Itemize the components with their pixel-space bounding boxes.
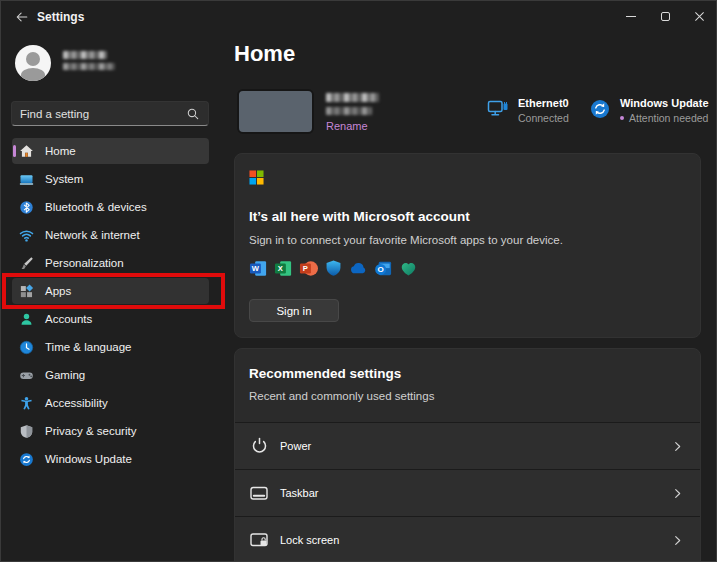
system-icon — [19, 172, 34, 187]
privacy-icon — [19, 424, 34, 439]
sidebar-item-label: Apps — [45, 285, 71, 297]
home-icon — [19, 144, 34, 159]
close-button[interactable] — [682, 1, 716, 31]
svg-text:P: P — [303, 264, 308, 273]
sidebar-item-label: Accounts — [45, 313, 92, 325]
account-card-subtitle: Sign in to connect your favorite Microso… — [249, 234, 686, 246]
search-box[interactable] — [11, 101, 209, 126]
avatar-head — [26, 52, 40, 66]
sidebar-item-bluetooth-devices[interactable]: Bluetooth & devices — [12, 194, 209, 220]
minimize-button[interactable] — [614, 1, 648, 31]
back-button[interactable] — [11, 8, 33, 25]
sidebar-item-label: System — [45, 173, 83, 185]
excel-icon: X — [274, 259, 293, 278]
gaming-icon — [19, 368, 34, 383]
family-safety-icon — [399, 259, 418, 278]
sidebar-item-personalization[interactable]: Personalization — [12, 250, 209, 276]
microsoft-account-card: It’s all here with Microsoft account Sig… — [234, 153, 701, 338]
status-subtitle: Connected — [518, 112, 569, 124]
sidebar-item-accounts[interactable]: Accounts — [12, 306, 209, 332]
time-language-icon — [19, 340, 34, 355]
sidebar-item-gaming[interactable]: Gaming — [12, 362, 209, 388]
status-windows-update[interactable]: Windows Update Attention needed — [589, 97, 709, 124]
rename-link[interactable]: Rename — [326, 120, 368, 132]
recommended-row-lock-screen[interactable]: Lock screen — [235, 516, 700, 562]
status-title: Ethernet0 — [518, 97, 569, 109]
sidebar-nav: HomeSystemBluetooth & devicesNetwork & i… — [12, 138, 209, 474]
svg-text:O: O — [378, 265, 384, 274]
selected-indicator — [13, 145, 16, 157]
sidebar-item-time-language[interactable]: Time & language — [12, 334, 209, 360]
sidebar-item-windows-update[interactable]: Windows Update — [12, 446, 209, 472]
recommended-subtitle: Recent and commonly used settings — [249, 390, 686, 402]
sidebar-item-network-internet[interactable]: Network & internet — [12, 222, 209, 248]
sidebar-item-label: Personalization — [45, 257, 124, 269]
network-icon — [19, 228, 34, 243]
sidebar-item-label: Network & internet — [45, 229, 140, 241]
recommended-row-label: Power — [280, 440, 311, 452]
maximize-button[interactable] — [648, 1, 682, 31]
status-subtitle: Attention needed — [620, 112, 709, 124]
apps-icon — [19, 284, 34, 299]
recommended-row-label: Lock screen — [280, 534, 339, 546]
close-icon — [694, 11, 705, 22]
recommended-row-power[interactable]: Power — [235, 422, 700, 469]
powerpoint-icon: P — [299, 259, 318, 278]
sidebar-item-label: Home — [45, 145, 76, 157]
outlook-icon: O — [374, 259, 393, 278]
device-thumbnail — [237, 89, 314, 134]
search-icon — [186, 107, 200, 121]
svg-text:W: W — [252, 264, 260, 273]
ethernet-icon — [487, 98, 509, 120]
bluetooth-icon — [19, 200, 34, 215]
accounts-icon — [19, 312, 34, 327]
svg-text:X: X — [278, 264, 283, 273]
chevron-right-icon — [671, 440, 684, 453]
chevron-right-icon — [671, 534, 684, 547]
window-title: Settings — [37, 10, 84, 24]
word-icon: W — [249, 259, 268, 278]
sidebar-item-home[interactable]: Home — [12, 138, 209, 164]
settings-window: Settings HomeSystemBluetooth & devicesNe… — [0, 0, 717, 562]
sidebar-item-label: Time & language — [45, 341, 132, 353]
back-arrow-icon — [15, 10, 29, 24]
sidebar-item-privacy-security[interactable]: Privacy & security — [12, 418, 209, 444]
recommended-settings-card: Recommended settings Recent and commonly… — [234, 348, 701, 562]
sidebar-item-label: Bluetooth & devices — [45, 201, 147, 213]
chevron-right-icon — [671, 487, 684, 500]
sidebar-item-accessibility[interactable]: Accessibility — [12, 390, 209, 416]
power-icon — [249, 436, 269, 456]
recommended-row-label: Taskbar — [280, 487, 319, 499]
sidebar-item-apps[interactable]: Apps — [12, 278, 209, 304]
status-ethernet[interactable]: Ethernet0 Connected — [487, 97, 569, 124]
windows-update-badge-icon — [589, 98, 611, 120]
user-email-redacted — [63, 63, 115, 70]
title-bar: Settings — [1, 1, 716, 31]
user-avatar[interactable] — [15, 45, 51, 81]
lock-screen-icon — [249, 530, 269, 550]
accessibility-icon — [19, 396, 34, 411]
device-name-redacted — [326, 93, 379, 102]
sidebar-item-label: Windows Update — [45, 453, 132, 465]
onedrive-icon — [349, 259, 368, 278]
recommended-row-taskbar[interactable]: Taskbar — [235, 469, 700, 516]
page-title: Home — [234, 41, 295, 67]
search-input[interactable] — [20, 108, 186, 120]
sign-in-button[interactable]: Sign in — [249, 299, 339, 322]
status-title: Windows Update — [620, 97, 709, 109]
sidebar-item-label: Privacy & security — [45, 425, 136, 437]
recommended-rows: PowerTaskbarLock screen — [235, 422, 700, 562]
personalization-icon — [19, 256, 34, 271]
avatar-body — [21, 68, 45, 81]
user-name-redacted — [63, 51, 107, 59]
sidebar-item-system[interactable]: System — [12, 166, 209, 192]
sidebar-item-label: Accessibility — [45, 397, 108, 409]
maximize-icon — [661, 12, 670, 21]
defender-icon — [324, 259, 343, 278]
device-model-redacted — [326, 107, 372, 115]
microsoft-logo-icon — [249, 170, 264, 185]
microsoft-apps-row: WXPO — [249, 259, 686, 278]
sidebar-item-label: Gaming — [45, 369, 85, 381]
attention-dot — [620, 116, 624, 120]
account-card-title: It’s all here with Microsoft account — [249, 209, 686, 224]
